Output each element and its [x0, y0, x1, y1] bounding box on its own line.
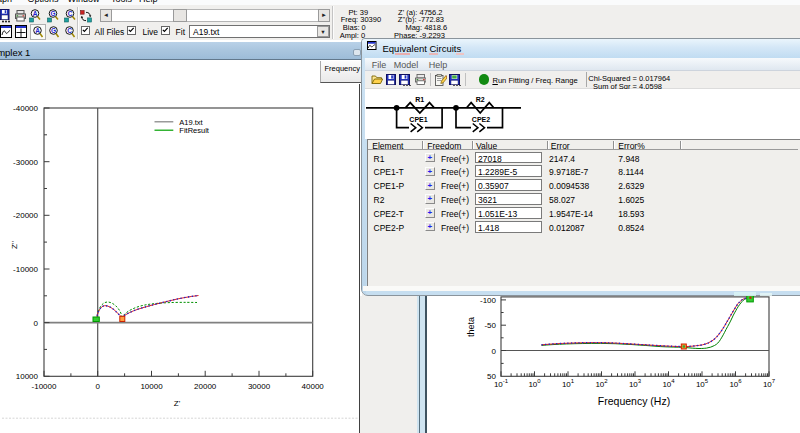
- svg-text:A: A: [35, 27, 40, 34]
- svg-text:30000: 30000: [248, 382, 271, 391]
- svg-text:G: G: [50, 10, 55, 17]
- svg-text:FitResult: FitResult: [179, 126, 210, 135]
- svg-text:Z': Z': [174, 399, 181, 408]
- svg-text:-30000: -30000: [13, 158, 38, 167]
- svg-text:CPE2: CPE2: [472, 116, 490, 123]
- svg-text:-20000: -20000: [13, 211, 38, 220]
- svg-text:C: C: [68, 10, 73, 17]
- svg-text:40000: 40000: [302, 382, 325, 391]
- svg-text:-10000: -10000: [13, 265, 38, 274]
- svg-text:-40000: -40000: [13, 104, 38, 113]
- svg-text:Frequency (Hz): Frequency (Hz): [597, 395, 669, 407]
- svg-text:20000: 20000: [194, 382, 217, 391]
- svg-text:10000: 10000: [16, 372, 39, 381]
- svg-text:Z'': Z'': [10, 241, 19, 249]
- svg-text:-10000: -10000: [32, 382, 57, 391]
- svg-text:R1: R1: [415, 96, 424, 103]
- svg-text:theta: theta: [465, 317, 475, 337]
- svg-text:0: 0: [95, 382, 100, 391]
- svg-text:-50: -50: [484, 321, 496, 330]
- svg-text:A: A: [33, 10, 38, 17]
- svg-text:R2: R2: [476, 96, 485, 103]
- svg-text:10000: 10000: [140, 382, 163, 391]
- svg-text:G: G: [51, 27, 56, 34]
- svg-text:CPE1: CPE1: [409, 116, 427, 123]
- svg-text:-100: -100: [479, 296, 496, 305]
- svg-text:0: 0: [34, 319, 39, 328]
- svg-text:0: 0: [491, 347, 496, 356]
- svg-text:C: C: [67, 27, 72, 34]
